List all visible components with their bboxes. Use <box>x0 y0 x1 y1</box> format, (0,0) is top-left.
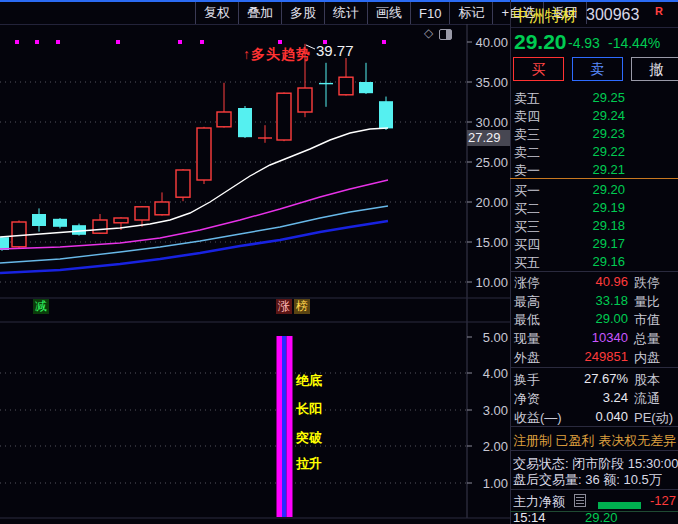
ticker-price: 29.20 <box>585 510 618 524</box>
stock-name: 中洲特材 <box>513 6 577 27</box>
section-divider <box>510 367 678 368</box>
detail-list-icon[interactable] <box>574 494 586 507</box>
bid-price: 29.20 <box>592 182 625 197</box>
bid-price: 29.19 <box>592 200 625 215</box>
bid-row-4[interactable]: 买四29.17 <box>510 235 678 253</box>
ask-row-3[interactable]: 卖三29.23 <box>510 125 678 143</box>
main-net-label: 主力净额 <box>513 493 573 511</box>
main-net-bar <box>598 502 641 509</box>
sub-y-axis-label: 5.00 <box>468 330 508 345</box>
stat-label2: PE(动) <box>634 409 673 427</box>
stat-label: 涨停 <box>514 274 540 292</box>
ticker-time: 15:14 <box>513 510 546 524</box>
stat-value: 0.040 <box>595 409 628 424</box>
ask-label: 卖四 <box>514 108 540 126</box>
stat-value: 29.00 <box>595 311 628 326</box>
signal-label: 拉升 <box>296 455 322 473</box>
ask-row-1[interactable]: 卖一29.21 <box>510 161 678 179</box>
ask-label: 卖三 <box>514 126 540 144</box>
bid-label: 买一 <box>514 182 540 200</box>
order-book-divider <box>510 178 678 179</box>
trading-app-window: 复权 叠加 多股 统计 画线 F10 标记 +自选 返回 中洲特材 300963… <box>0 0 678 524</box>
y-axis-label: 10.00 <box>468 275 508 290</box>
listing-tags: 注册制 已盈利 表决权无差异 <box>513 432 678 450</box>
ask-price: 29.23 <box>592 126 625 141</box>
signal-label: 绝底 <box>296 372 322 390</box>
stat-value: 3.24 <box>603 390 628 405</box>
header-border <box>510 27 678 28</box>
bid-price: 29.16 <box>592 254 625 269</box>
y-axis-label: 20.00 <box>468 195 508 210</box>
stat-value: 33.18 <box>595 293 628 308</box>
stat-row-cur-vol: 现量10340总量 <box>510 329 678 347</box>
stat-row-nav: 净资3.24流通 <box>510 389 678 407</box>
stat-value: 27.67% <box>584 371 628 386</box>
y-axis-label: 30.00 <box>468 115 508 130</box>
ask-price: 29.24 <box>592 108 625 123</box>
ask-row-2[interactable]: 卖二29.22 <box>510 143 678 161</box>
bid-row-1[interactable]: 买一29.20 <box>510 181 678 199</box>
y-axis-label: 25.00 <box>468 155 508 170</box>
bid-label: 买五 <box>514 254 540 272</box>
sub-y-axis-label: 2.00 <box>468 439 508 454</box>
stat-label: 净资 <box>514 390 540 408</box>
stat-label2: 跌停 <box>634 274 660 292</box>
bid-label: 买四 <box>514 236 540 254</box>
ask-price: 29.21 <box>592 162 625 177</box>
bid-price: 29.18 <box>592 218 625 233</box>
stat-value: 249851 <box>585 349 628 364</box>
stat-row-turnover: 换手27.67%股本 <box>510 370 678 388</box>
sell-button[interactable]: 卖 <box>572 57 623 81</box>
sub-y-axis-label: 4.00 <box>468 366 508 381</box>
bid-row-3[interactable]: 买三29.18 <box>510 217 678 235</box>
stat-label2: 股本 <box>634 371 660 389</box>
last-price-tag: 27.29 <box>467 130 510 146</box>
stat-label: 外盘 <box>514 349 540 367</box>
ask-price: 29.25 <box>592 90 625 105</box>
bid-label: 买二 <box>514 200 540 218</box>
y-axis-label: 40.00 <box>468 35 508 50</box>
bid-price: 29.17 <box>592 236 625 251</box>
ask-price: 29.22 <box>592 144 625 159</box>
stock-code: 300963 <box>586 6 639 24</box>
price-change: -4.93 <box>568 35 600 51</box>
stat-value: 40.96 <box>595 274 628 289</box>
stat-row-outer: 外盘249851内盘 <box>510 348 678 366</box>
bid-row-2[interactable]: 买二29.19 <box>510 199 678 217</box>
registered-flag: R <box>655 5 663 17</box>
section-divider <box>510 450 678 451</box>
buy-button[interactable]: 买 <box>513 57 564 81</box>
ask-row-4[interactable]: 卖四29.24 <box>510 107 678 125</box>
stat-label: 最低 <box>514 311 540 329</box>
section-divider <box>510 489 678 490</box>
y-axis-label: 15.00 <box>468 235 508 250</box>
stat-label2: 量比 <box>634 293 660 311</box>
signal-label: 长阳 <box>296 400 322 418</box>
bull-trend-annotation: ↑多头趋势 <box>243 46 311 64</box>
y-axis-label: 35.00 <box>468 75 508 90</box>
price-change-percent: -14.44% <box>608 35 660 51</box>
cancel-button[interactable]: 撤 <box>631 57 678 81</box>
stat-label2: 流通 <box>634 390 660 408</box>
stat-label: 换手 <box>514 371 540 389</box>
badge-limit-up[interactable]: 涨 <box>276 299 292 314</box>
badge-rank[interactable]: 榜 <box>294 299 310 314</box>
sub-y-axis-label: 3.00 <box>468 403 508 418</box>
stat-label2: 内盘 <box>634 349 660 367</box>
main-net-value: -127 <box>650 493 676 508</box>
stat-label2: 总量 <box>634 330 660 348</box>
high-price-annotation: 39.77 <box>316 42 354 59</box>
bid-row-5[interactable]: 买五29.16 <box>510 253 678 271</box>
stat-label: 收益(—) <box>514 409 562 427</box>
ma-magenta <box>0 180 388 249</box>
current-price: 29.20 <box>514 30 567 54</box>
bid-label: 买三 <box>514 218 540 236</box>
ask-row-5[interactable]: 卖五29.25 <box>510 89 678 107</box>
stat-value: 10340 <box>592 330 628 345</box>
stat-row-high: 最高33.18量比 <box>510 292 678 310</box>
stat-label2: 市值 <box>634 311 660 329</box>
badge-reduce[interactable]: 减 <box>33 299 49 314</box>
signal-label: 突破 <box>296 429 322 447</box>
section-divider <box>510 426 678 427</box>
candlestick-chart[interactable] <box>0 0 510 524</box>
